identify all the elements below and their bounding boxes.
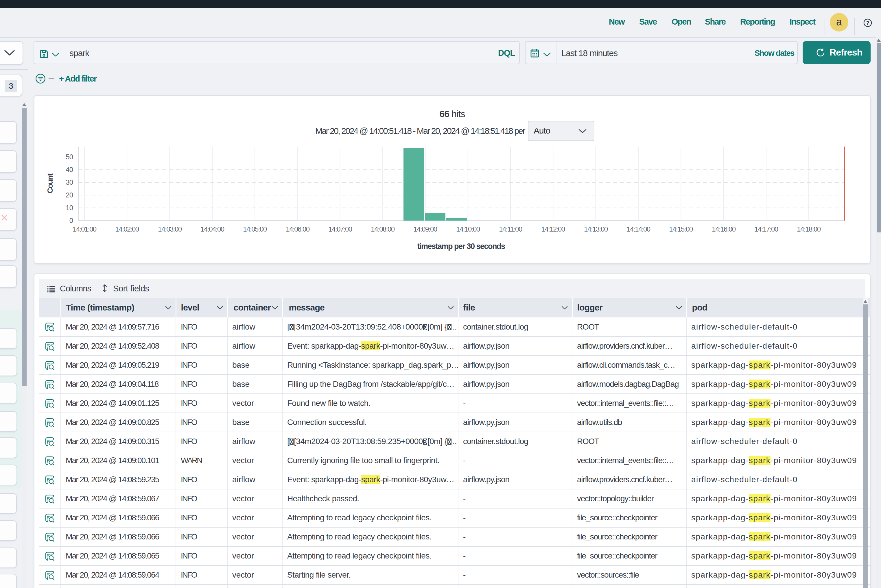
svg-text:?: ? <box>866 20 869 26</box>
